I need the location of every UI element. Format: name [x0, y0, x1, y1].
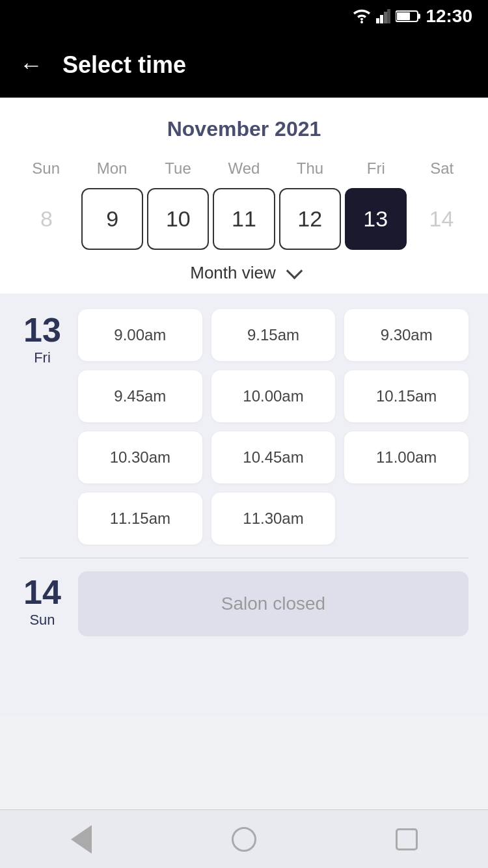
dates-row: 8 9 10 11 12 13 14 — [13, 188, 475, 250]
day-block-14: 14 Sun Salon closed — [20, 571, 468, 636]
nav-bar — [0, 809, 488, 868]
day-number-13: 13 — [23, 313, 61, 347]
nav-back-button[interactable] — [67, 825, 96, 854]
status-time: 12:30 — [426, 6, 472, 27]
day-name-13: Fri — [34, 349, 51, 366]
svg-rect-1 — [376, 18, 379, 23]
date-13[interactable]: 13 — [345, 188, 407, 250]
date-11[interactable]: 11 — [213, 188, 275, 250]
header: ← Select time — [0, 33, 488, 98]
battery-icon — [396, 10, 420, 23]
weekday-thu: Thu — [277, 157, 343, 180]
back-button[interactable]: ← — [20, 51, 43, 79]
slot-945am[interactable]: 9.45am — [78, 370, 202, 422]
weekday-sat: Sat — [409, 157, 475, 180]
recent-square-icon — [396, 828, 418, 850]
wifi-icon — [353, 9, 371, 23]
slot-1045am[interactable]: 10.45am — [211, 431, 336, 483]
home-circle-icon — [232, 827, 256, 852]
svg-rect-7 — [418, 14, 420, 19]
slot-1100am[interactable]: 11.00am — [344, 431, 468, 483]
page-title: Select time — [62, 51, 186, 79]
slot-915am[interactable]: 9.15am — [211, 309, 336, 361]
date-10[interactable]: 10 — [147, 188, 209, 250]
date-8[interactable]: 8 — [16, 188, 77, 250]
chevron-down-icon — [286, 262, 303, 278]
slot-1115am[interactable]: 11.15am — [78, 493, 202, 545]
slot-930am[interactable]: 9.30am — [344, 309, 468, 361]
weekday-sun: Sun — [13, 157, 79, 180]
week-days-row: Sun Mon Tue Wed Thu Fri Sat — [13, 157, 475, 180]
day-divider — [20, 558, 468, 558]
month-view-toggle[interactable]: Month view — [13, 250, 475, 293]
date-14[interactable]: 14 — [411, 188, 472, 250]
weekday-tue: Tue — [145, 157, 211, 180]
day-label-14: 14 Sun — [20, 571, 65, 629]
calendar-section: November 2021 Sun Mon Tue Wed Thu Fri Sa… — [0, 98, 488, 293]
month-view-label: Month view — [190, 263, 276, 283]
weekday-wed: Wed — [211, 157, 277, 180]
status-bar: 12:30 — [0, 0, 488, 33]
date-9[interactable]: 9 — [81, 188, 143, 250]
day-block-13: 13 Fri 9.00am 9.15am 9.30am 9.45am 10.00… — [20, 309, 468, 545]
svg-point-0 — [360, 21, 363, 23]
date-12[interactable]: 12 — [279, 188, 341, 250]
slots-section: 13 Fri 9.00am 9.15am 9.30am 9.45am 10.00… — [0, 293, 488, 717]
slot-900am[interactable]: 9.00am — [78, 309, 202, 361]
day-number-14: 14 — [23, 575, 61, 609]
salon-closed-message: Salon closed — [78, 571, 468, 636]
svg-rect-2 — [380, 15, 383, 23]
slot-1030am[interactable]: 10.30am — [78, 431, 202, 483]
back-triangle-icon — [71, 825, 92, 854]
svg-rect-3 — [384, 12, 387, 23]
svg-rect-6 — [397, 12, 410, 20]
nav-recent-button[interactable] — [392, 825, 421, 854]
svg-rect-4 — [387, 9, 390, 23]
slot-1015am[interactable]: 10.15am — [344, 370, 468, 422]
month-year-label: November 2021 — [13, 117, 475, 141]
slot-1000am[interactable]: 10.00am — [211, 370, 336, 422]
signal-icon — [376, 9, 390, 23]
weekday-mon: Mon — [79, 157, 144, 180]
nav-home-button[interactable] — [230, 825, 258, 854]
status-icons: 12:30 — [353, 6, 472, 27]
weekday-fri: Fri — [343, 157, 409, 180]
slot-1130am[interactable]: 11.30am — [211, 493, 336, 545]
day-name-14: Sun — [29, 612, 55, 629]
day-label-13: 13 Fri — [20, 309, 65, 545]
slots-grid-13: 9.00am 9.15am 9.30am 9.45am 10.00am 10.1… — [78, 309, 468, 545]
